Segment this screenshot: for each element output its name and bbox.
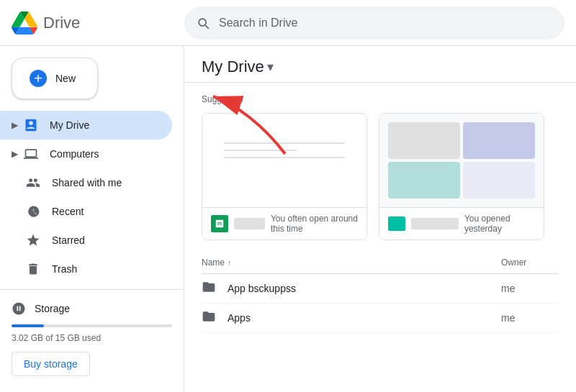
sidebar-item-recent-label: Recent — [52, 206, 84, 217]
col-owner-header: Owner — [501, 257, 559, 268]
card-footer-2: You opened yesterday — [379, 207, 544, 240]
storage-label: Storage — [12, 301, 172, 316]
sort-arrow-icon: ↑ — [228, 259, 231, 267]
sidebar-item-shared-label: Shared with me — [52, 177, 122, 188]
preview-blocks — [379, 114, 544, 207]
suggested-section: Suggested — [184, 83, 576, 252]
preview-block — [463, 162, 535, 199]
suggested-card-2[interactable]: You opened yesterday — [379, 113, 544, 240]
new-button[interactable]: + New — [12, 58, 98, 99]
card-preview-2 — [379, 114, 544, 207]
chevron-right-icon-2: ▶ — [12, 149, 18, 159]
preview-lines-1 — [224, 142, 345, 164]
table-row[interactable]: App bsckuppss me — [202, 274, 559, 304]
sidebar-item-recent[interactable]: Recent — [0, 197, 172, 226]
sidebar-item-starred-label: Starred — [52, 234, 85, 246]
card-description-2: You opened yesterday — [464, 214, 535, 234]
sidebar-item-starred[interactable]: Starred — [0, 226, 172, 255]
storage-used-text: 3.02 GB of 15 GB used — [12, 333, 172, 343]
new-button-label: New — [55, 73, 76, 84]
file-owner: me — [501, 283, 559, 294]
shared-with-me-icon — [26, 176, 40, 190]
computers-icon — [24, 147, 38, 161]
drive-title-text: My Drive — [202, 58, 264, 76]
sidebar-item-trash-label: Trash — [52, 263, 77, 275]
title-dropdown-icon[interactable]: ▾ — [267, 59, 274, 75]
file-name: Apps — [228, 312, 501, 324]
sheets-icon — [211, 215, 228, 232]
card-description-1: You often open around this time — [271, 214, 358, 234]
storage-text-label: Storage — [35, 303, 70, 314]
main-layout: + New ▶ My Drive ▶ Computers Shared with… — [0, 46, 576, 392]
folder-icon — [202, 280, 216, 297]
folder-icon — [202, 309, 216, 327]
file-owner: me — [501, 312, 559, 324]
card-footer-1: You often open around this time — [202, 207, 366, 240]
storage-section: Storage 3.02 GB of 15 GB used Buy storag… — [0, 296, 184, 382]
content-header: My Drive ▾ — [184, 46, 576, 83]
card-title-placeholder-2 — [411, 218, 459, 229]
chevron-right-icon: ▶ — [12, 120, 18, 130]
storage-bar-fill — [12, 324, 44, 327]
search-icon — [196, 16, 210, 30]
storage-icon — [12, 301, 26, 316]
card-preview-1 — [202, 114, 366, 207]
sidebar-divider — [0, 289, 184, 290]
suggested-card-1[interactable]: You often open around this time — [202, 113, 367, 240]
storage-bar-background — [12, 324, 172, 327]
preview-line — [224, 142, 345, 144]
search-bar[interactable]: Search in Drive — [184, 6, 564, 40]
preview-line — [224, 157, 345, 158]
sidebar: + New ▶ My Drive ▶ Computers Shared with… — [0, 46, 184, 392]
preview-block — [463, 122, 535, 159]
table-row[interactable]: Apps me — [202, 304, 559, 333]
cards-row: You often open around this time — [202, 113, 559, 240]
col-name-header[interactable]: Name ↑ — [202, 257, 501, 268]
buy-storage-button[interactable]: Buy storage — [12, 352, 90, 376]
sidebar-item-trash[interactable]: Trash — [0, 255, 172, 283]
page-title: My Drive ▾ — [202, 58, 274, 76]
trash-icon — [26, 262, 40, 276]
files-section: Name ↑ Owner App bsckuppss me Apps me — [184, 252, 576, 333]
files-table-header: Name ↑ Owner — [202, 252, 559, 274]
app-header: Drive Search in Drive — [0, 0, 576, 46]
drive-logo-icon — [12, 10, 37, 36]
slides-icon — [388, 216, 405, 231]
logo-area: Drive — [12, 10, 184, 36]
col-name-label: Name — [202, 257, 225, 268]
preview-line — [224, 150, 297, 151]
sidebar-item-computers[interactable]: ▶ Computers — [0, 140, 172, 168]
content-area: My Drive ▾ Suggested — [184, 46, 576, 392]
file-name: App bsckuppss — [228, 283, 501, 294]
card-title-placeholder — [234, 218, 265, 229]
new-plus-icon: + — [30, 70, 47, 87]
preview-block — [388, 122, 460, 159]
my-drive-icon — [24, 118, 38, 132]
preview-block — [388, 162, 460, 199]
recent-icon — [26, 204, 40, 219]
sidebar-item-my-drive-label: My Drive — [50, 119, 89, 131]
app-title: Drive — [43, 14, 80, 32]
sidebar-item-shared-with-me[interactable]: Shared with me — [0, 168, 172, 197]
sidebar-item-computers-label: Computers — [50, 148, 99, 160]
search-placeholder-text: Search in Drive — [219, 17, 297, 29]
sidebar-item-my-drive[interactable]: ▶ My Drive — [0, 111, 172, 140]
starred-icon — [26, 233, 40, 247]
suggested-label: Suggested — [202, 94, 559, 104]
